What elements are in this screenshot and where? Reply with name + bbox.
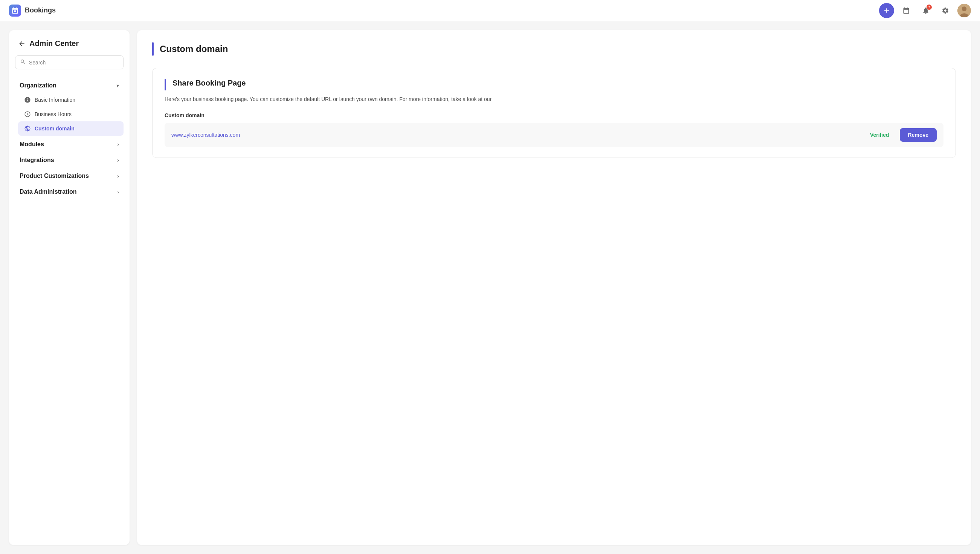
nav-section-data-administration: Data Administration › (15, 185, 124, 199)
organization-section-title: Organization (19, 82, 57, 89)
organization-nav-items: Basic Information Business Hours Custom … (15, 93, 124, 136)
add-button[interactable] (879, 3, 894, 18)
data-administration-section-header[interactable]: Data Administration › (15, 185, 124, 199)
card-title: Share Booking Page (172, 79, 246, 88)
remove-button[interactable]: Remove (900, 128, 937, 142)
modules-section-header[interactable]: Modules › (15, 137, 124, 152)
modules-section-title: Modules (19, 141, 44, 148)
topnav: Bookings 7 (0, 0, 980, 21)
info-icon (24, 96, 31, 103)
sidebar-search[interactable] (15, 56, 124, 69)
main-layout: Admin Center Organization ▾ Basic Inform… (0, 21, 980, 554)
globe-icon (24, 125, 31, 132)
product-customizations-section-title: Product Customizations (19, 172, 89, 179)
sidebar: Admin Center Organization ▾ Basic Inform… (9, 30, 130, 545)
clock-icon (24, 111, 31, 118)
basic-information-label: Basic Information (35, 97, 75, 103)
business-hours-label: Business Hours (35, 111, 72, 117)
integrations-section-header[interactable]: Integrations › (15, 153, 124, 167)
domain-section-label: Custom domain (165, 112, 943, 118)
share-booking-card: Share Booking Page Here's your business … (152, 68, 956, 158)
avatar[interactable] (958, 4, 971, 18)
content-header: Custom domain (152, 42, 956, 56)
app-logo (9, 5, 21, 17)
verified-badge: Verified (870, 132, 889, 138)
nav-section-organization: Organization ▾ Basic Information Busines… (15, 78, 124, 136)
sidebar-item-basic-information[interactable]: Basic Information (18, 93, 124, 107)
notifications-button[interactable]: 7 (918, 3, 933, 18)
product-customizations-section-header[interactable]: Product Customizations › (15, 169, 124, 183)
sidebar-header: Admin Center (15, 39, 124, 48)
topnav-right: 7 (879, 3, 971, 18)
card-accent-bar (165, 79, 166, 91)
notification-count: 7 (926, 5, 932, 10)
nav-section-product-customizations: Product Customizations › (15, 169, 124, 183)
svg-point-1 (962, 6, 967, 11)
nav-section-modules: Modules › (15, 137, 124, 152)
sidebar-item-custom-domain[interactable]: Custom domain (18, 121, 124, 136)
sidebar-title: Admin Center (29, 39, 79, 48)
integrations-chevron: › (117, 157, 119, 163)
organization-chevron: ▾ (116, 83, 119, 89)
data-administration-chevron: › (117, 189, 119, 195)
page-title: Custom domain (160, 44, 228, 54)
custom-domain-label: Custom domain (35, 126, 75, 131)
nav-section-integrations: Integrations › (15, 153, 124, 167)
domain-row: www.zylkerconsultations.com Verified Rem… (165, 123, 943, 147)
topnav-left: Bookings (9, 5, 56, 17)
organization-section-header[interactable]: Organization ▾ (15, 78, 124, 93)
domain-url: www.zylkerconsultations.com (171, 132, 865, 138)
content-accent-bar (152, 42, 154, 56)
calendar-button[interactable] (899, 3, 914, 18)
search-input[interactable] (29, 59, 119, 65)
product-customizations-chevron: › (117, 173, 119, 179)
app-title: Bookings (25, 6, 56, 14)
content-area: Custom domain Share Booking Page Here's … (137, 30, 971, 545)
integrations-section-title: Integrations (19, 157, 54, 164)
search-icon (20, 59, 26, 66)
card-description: Here's your business booking page. You c… (165, 95, 943, 103)
data-administration-section-title: Data Administration (19, 188, 76, 195)
back-icon[interactable] (18, 40, 25, 48)
modules-chevron: › (117, 141, 119, 147)
sidebar-item-business-hours[interactable]: Business Hours (18, 107, 124, 121)
settings-button[interactable] (938, 3, 953, 18)
